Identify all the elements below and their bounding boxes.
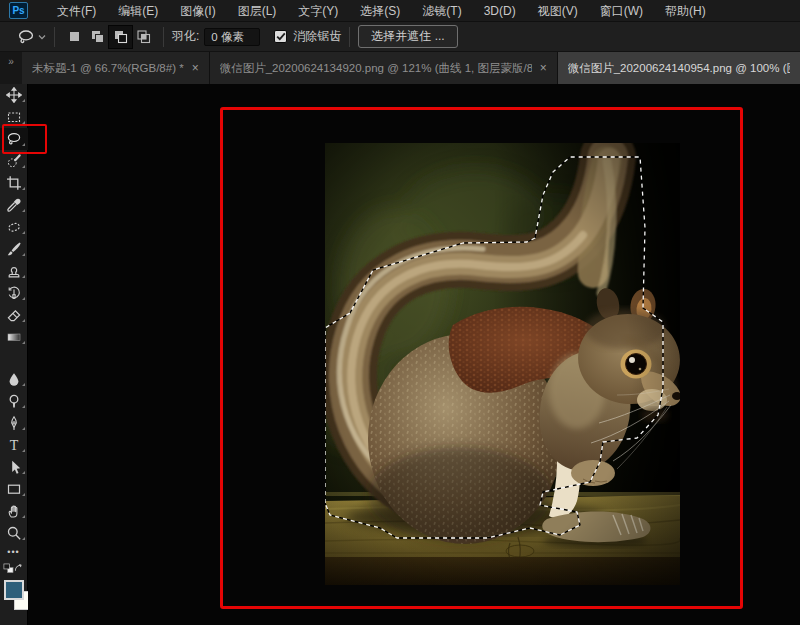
menu-item-filter[interactable]: 滤镜(T) (411, 0, 472, 22)
toolbar-collapse-icon[interactable]: » (0, 52, 22, 84)
menu-item-file[interactable]: 文件(F) (46, 0, 107, 22)
dodge-icon (6, 393, 22, 409)
photoshop-window: Ps 文件(F) 编辑(E) 图像(I) 图层(L) 文字(Y) 选择(S) 滤… (0, 0, 800, 625)
menu-item-3d[interactable]: 3D(D) (473, 0, 527, 22)
healing-brush-tool[interactable] (0, 216, 28, 238)
zoom-tool[interactable] (0, 522, 28, 544)
menu-item-image[interactable]: 图像(I) (169, 0, 226, 22)
intersect-selection-button[interactable] (132, 26, 155, 48)
move-tool[interactable] (0, 84, 28, 106)
photoshop-logo-icon: Ps (9, 2, 28, 19)
crop-icon (6, 175, 22, 191)
eyedropper-tool[interactable] (0, 194, 28, 216)
tab-image-134920[interactable]: 微信图片_20200624134920.png @ 121% (曲线 1, 图层… (210, 52, 558, 84)
rectangle-shape-tool[interactable] (0, 478, 28, 500)
tab-untitled-1[interactable]: 未标题-1 @ 66.7%(RGB/8#) * × (22, 52, 210, 84)
menu-item-help[interactable]: 帮助(H) (654, 0, 717, 22)
brush-icon (6, 241, 22, 257)
chevron-down-icon (38, 34, 46, 40)
healing-brush-icon (6, 219, 22, 235)
quick-selection-icon (6, 153, 22, 169)
color-swatches (0, 576, 27, 625)
subtract-selection-icon (113, 29, 128, 44)
clone-stamp-icon (6, 263, 22, 279)
tab-title: 微信图片_20200624134920.png @ 121% (曲线 1, 图层… (220, 61, 532, 76)
brush-tool[interactable] (0, 238, 28, 260)
divider (163, 27, 164, 47)
path-selection-icon (6, 459, 22, 475)
blur-tool[interactable] (0, 368, 28, 390)
divider (349, 27, 350, 47)
checkmark-icon (276, 32, 286, 41)
document-image[interactable] (325, 143, 680, 585)
lasso-icon (16, 28, 36, 46)
add-selection-icon (90, 29, 105, 44)
squirrel-photo (325, 143, 680, 585)
svg-text:T: T (10, 438, 19, 453)
close-icon[interactable]: × (192, 61, 199, 75)
pen-tool[interactable] (0, 412, 28, 434)
menu-bar: Ps 文件(F) 编辑(E) 图像(I) 图层(L) 文字(Y) 选择(S) 滤… (0, 0, 800, 22)
rectangle-shape-icon (6, 481, 22, 497)
select-and-mask-button[interactable]: 选择并遮住 ... (358, 25, 457, 48)
swap-colors-icon[interactable] (14, 563, 24, 573)
subtract-selection-button[interactable] (109, 26, 132, 48)
default-colors-icon[interactable] (3, 563, 14, 574)
menu-item-type[interactable]: 文字(Y) (287, 0, 349, 22)
gradient-tool[interactable] (0, 326, 28, 348)
close-icon[interactable]: × (540, 61, 547, 75)
history-brush-tool[interactable] (0, 282, 28, 304)
menu-item-edit[interactable]: 编辑(E) (107, 0, 169, 22)
dodge-tool[interactable] (0, 390, 28, 412)
new-selection-icon (67, 29, 82, 44)
tab-image-140954[interactable]: 微信图片_20200624140954.png @ 100% (图 (558, 52, 800, 84)
blur-drop-icon (6, 371, 22, 387)
new-selection-button[interactable] (63, 26, 86, 48)
hand-icon (6, 503, 22, 519)
menu-items: 文件(F) 编辑(E) 图像(I) 图层(L) 文字(Y) 选择(S) 滤镜(T… (46, 0, 717, 22)
zoom-icon (6, 525, 22, 541)
tab-title: 微信图片_20200624140954.png @ 100% (图 (568, 61, 790, 76)
tool-preset-picker[interactable] (16, 28, 46, 46)
pen-icon (6, 415, 22, 431)
antialias-label: 消除锯齿 (293, 28, 341, 45)
hand-tool[interactable] (0, 500, 28, 522)
intersect-selection-icon (136, 29, 151, 44)
feather-input[interactable]: 0 像素 (204, 28, 260, 46)
menu-item-view[interactable]: 视图(V) (527, 0, 589, 22)
eraser-icon (6, 307, 22, 323)
tool-group-gap (0, 348, 27, 368)
type-icon: T (6, 437, 22, 453)
annotation-lasso-tool-red-box (2, 124, 47, 154)
feather-label: 羽化: (172, 28, 199, 45)
options-bar: 羽化: 0 像素 消除锯齿 选择并遮住 ... (0, 22, 800, 52)
marquee-icon (6, 109, 22, 125)
menu-item-layer[interactable]: 图层(L) (227, 0, 288, 22)
tools-panel: T ••• (0, 84, 28, 625)
tab-title: 未标题-1 @ 66.7%(RGB/8#) * (32, 61, 184, 76)
eraser-tool[interactable] (0, 304, 28, 326)
history-brush-icon (6, 285, 22, 301)
document-tab-bar: » 未标题-1 @ 66.7%(RGB/8#) * × 微信图片_2020062… (0, 52, 800, 84)
clone-stamp-tool[interactable] (0, 260, 28, 282)
crop-tool[interactable] (0, 172, 28, 194)
menu-item-window[interactable]: 窗口(W) (589, 0, 654, 22)
menu-item-select[interactable]: 选择(S) (349, 0, 411, 22)
add-selection-button[interactable] (86, 26, 109, 48)
edit-toolbar-ellipsis[interactable]: ••• (0, 544, 27, 560)
color-controls (0, 560, 27, 576)
path-selection-tool[interactable] (0, 456, 28, 478)
move-icon (6, 87, 22, 103)
canvas-area[interactable] (28, 84, 800, 625)
divider (54, 27, 55, 47)
eyedropper-icon (6, 197, 22, 213)
gradient-icon (6, 329, 22, 345)
foreground-color-swatch[interactable] (4, 580, 24, 600)
antialias-checkbox[interactable] (274, 30, 287, 43)
type-tool[interactable]: T (0, 434, 28, 456)
